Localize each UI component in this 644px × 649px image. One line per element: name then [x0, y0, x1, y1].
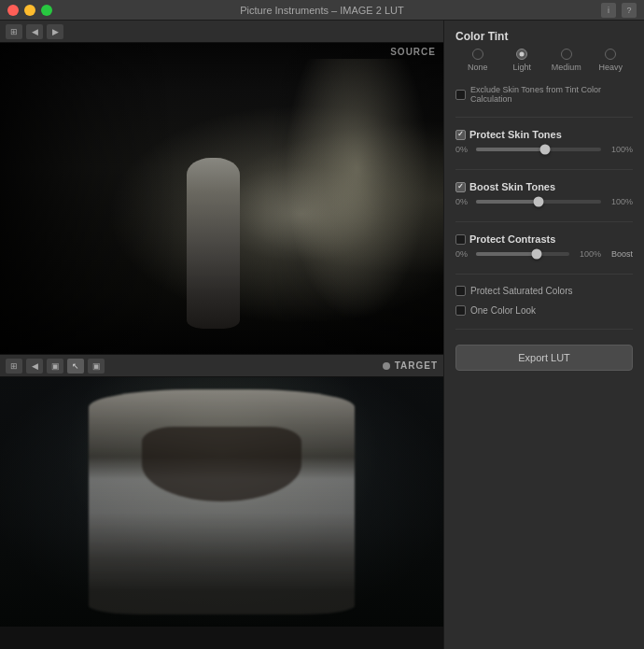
tint-none-label: None: [468, 63, 488, 72]
boost-skin-tones-slider-row: 0% 100%: [455, 197, 633, 206]
tint-medium-label: Medium: [552, 63, 581, 72]
minimize-button[interactable]: [24, 5, 35, 16]
protect-skin-tones-slider[interactable]: [476, 148, 601, 151]
protect-contrasts-boost: Boost: [605, 249, 633, 259]
protect-saturated-label: Protect Saturated Colors: [470, 286, 573, 296]
target-image: [0, 377, 443, 627]
tint-light-radio[interactable]: [516, 49, 527, 60]
tint-heavy[interactable]: Heavy: [589, 49, 634, 72]
protect-saturated-checkbox[interactable]: [455, 286, 466, 296]
maximize-button[interactable]: [41, 5, 52, 16]
boost-skin-tones-min: 0%: [455, 197, 472, 206]
source-image-container: [0, 43, 443, 354]
boost-skin-tones-checkbox[interactable]: [455, 182, 466, 192]
protect-skin-tones-thumb[interactable]: [539, 145, 550, 155]
close-button[interactable]: [7, 5, 19, 16]
source-next-button[interactable]: ▶: [47, 24, 63, 39]
tint-medium-radio[interactable]: [561, 49, 572, 60]
divider-4: [455, 274, 633, 275]
one-color-look-row: One Color Look: [455, 305, 633, 316]
boost-skin-tones-slider[interactable]: [476, 200, 601, 204]
protect-contrasts-max: 100%: [573, 249, 601, 259]
protect-skin-tones-min: 0%: [455, 145, 472, 154]
boost-skin-tones-fill: [476, 200, 539, 204]
one-color-look-label: One Color Look: [470, 305, 536, 316]
target-files-button[interactable]: ▣: [47, 359, 63, 374]
tint-heavy-label: Heavy: [598, 63, 623, 72]
protect-skin-tones-fill: [476, 148, 545, 151]
left-panel: ⊞ ◀ ▶ SOURCE ⊞ ◀ ▣ ↖ ▣: [0, 21, 443, 649]
tint-none-radio[interactable]: [472, 49, 483, 60]
color-tint-options: None Light Medium Heavy: [455, 49, 633, 72]
divider-1: [455, 117, 633, 118]
boost-skin-tones-max: 100%: [605, 197, 633, 206]
app-title: Picture Instruments – IMAGE 2 LUT: [240, 5, 403, 16]
protect-contrasts-checkbox[interactable]: [455, 234, 466, 245]
protect-contrasts-slider-row: 0% 100% Boost: [455, 249, 633, 259]
tint-heavy-radio[interactable]: [605, 49, 616, 60]
protect-contrasts-fill: [476, 252, 537, 256]
protect-contrasts-header: Protect Contrasts: [455, 233, 633, 245]
target-image-container: [0, 377, 443, 649]
source-image: [0, 43, 443, 354]
target-toolbar: ⊞ ◀ ▣ ↖ ▣ TARGET: [0, 355, 443, 377]
color-tint-title: Color Tint: [455, 30, 633, 43]
exclude-skin-tones-row: Exclude Skin Tones from Tint Color Calcu…: [455, 85, 633, 104]
boost-skin-tones-thumb[interactable]: [534, 197, 544, 207]
divider-5: [455, 329, 633, 330]
target-grid-button[interactable]: ⊞: [6, 359, 22, 374]
title-bar: Picture Instruments – IMAGE 2 LUT i ?: [0, 0, 644, 21]
source-toolbar: ⊞ ◀ ▶: [0, 21, 443, 43]
source-prev-button[interactable]: ◀: [26, 24, 43, 39]
tint-light[interactable]: Light: [500, 49, 545, 72]
protect-contrasts-title: Protect Contrasts: [469, 233, 555, 245]
tint-medium[interactable]: Medium: [544, 49, 589, 72]
tint-none[interactable]: None: [455, 49, 500, 72]
protect-contrasts-min: 0%: [455, 249, 472, 259]
protect-skin-tones-checkbox[interactable]: [455, 130, 466, 140]
protect-contrasts-slider[interactable]: [476, 252, 569, 256]
source-panel: ⊞ ◀ ▶ SOURCE: [0, 21, 443, 355]
source-grid-button[interactable]: ⊞: [6, 24, 22, 39]
source-figure: [187, 158, 240, 329]
window-controls: [7, 5, 52, 16]
protect-contrasts-section: Protect Contrasts 0% 100% Boost: [455, 233, 633, 261]
divider-3: [455, 221, 633, 222]
right-panel: Color Tint None Light Medium Heavy: [443, 21, 644, 649]
exclude-skin-tones-label: Exclude Skin Tones from Tint Color Calcu…: [470, 85, 633, 104]
protect-skin-tones-slider-row: 0% 100%: [455, 145, 633, 154]
protect-contrasts-thumb[interactable]: [532, 249, 542, 260]
target-next-button[interactable]: ▣: [88, 359, 105, 374]
protect-skin-tones-header: Protect Skin Tones: [455, 129, 633, 140]
target-beard: [142, 427, 301, 501]
title-bar-actions: i ?: [601, 3, 637, 18]
boost-skin-tones-header: Boost Skin Tones: [455, 181, 633, 192]
exclude-skin-tones-checkbox[interactable]: [455, 90, 466, 100]
main-layout: ⊞ ◀ ▶ SOURCE ⊞ ◀ ▣ ↖ ▣: [0, 21, 644, 649]
export-lut-button[interactable]: Export LUT: [455, 345, 633, 371]
protect-saturated-row: Protect Saturated Colors: [455, 286, 633, 296]
target-panel: ⊞ ◀ ▣ ↖ ▣ TARGET: [0, 355, 443, 649]
target-label-badge: TARGET: [383, 360, 438, 371]
protect-skin-tones-max: 100%: [605, 145, 633, 154]
target-dot: [383, 362, 390, 370]
info-button[interactable]: i: [601, 3, 616, 18]
help-button[interactable]: ?: [622, 3, 637, 18]
target-person: [89, 389, 355, 614]
boost-skin-tones-title: Boost Skin Tones: [469, 181, 555, 192]
one-color-look-checkbox[interactable]: [455, 305, 466, 316]
tint-light-label: Light: [512, 63, 531, 72]
divider-2: [455, 169, 633, 170]
boost-skin-tones-section: Boost Skin Tones 0% 100%: [455, 181, 633, 208]
target-prev-button[interactable]: ◀: [26, 359, 43, 374]
target-label: TARGET: [395, 360, 438, 371]
color-tint-section: Color Tint None Light Medium Heavy: [455, 30, 633, 76]
protect-skin-tones-title: Protect Skin Tones: [469, 129, 562, 140]
target-cursor-button[interactable]: ↖: [67, 359, 84, 374]
source-label: SOURCE: [390, 47, 436, 57]
protect-skin-tones-section: Protect Skin Tones 0% 100%: [455, 129, 633, 156]
